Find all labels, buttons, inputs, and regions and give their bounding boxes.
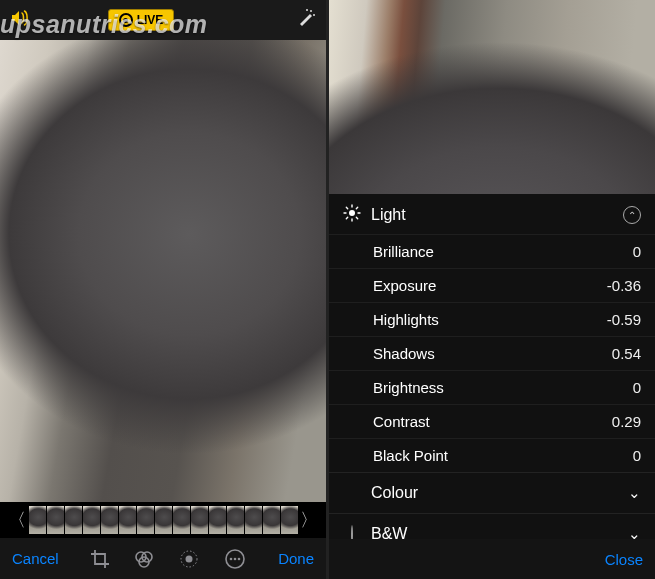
live-label: LIVE — [137, 13, 164, 27]
top-toolbar: LIVE — [0, 0, 326, 40]
highlights-label: Highlights — [373, 311, 607, 328]
thumb[interactable] — [244, 506, 262, 534]
bw-icon — [343, 526, 361, 540]
svg-point-1 — [313, 14, 315, 16]
svg-point-2 — [306, 9, 308, 11]
shadows-label: Shadows — [373, 345, 612, 362]
filters-icon[interactable] — [134, 549, 154, 569]
svg-point-0 — [310, 10, 312, 12]
brightness-label: Brightness — [373, 379, 633, 396]
thumb[interactable] — [136, 506, 154, 534]
done-button[interactable]: Done — [278, 550, 314, 567]
contrast-row[interactable]: Contrast0.29 — [329, 404, 655, 438]
photo-preview-cropped[interactable] — [329, 0, 655, 194]
light-section-header[interactable]: Light ⌃ — [329, 194, 655, 234]
live-icon — [119, 13, 133, 27]
brilliance-label: Brilliance — [373, 243, 633, 260]
editor-screen-adjust: Light ⌃ Brilliance0 Exposure-0.36 Highli… — [329, 0, 655, 579]
thumb[interactable] — [280, 506, 298, 534]
cancel-button[interactable]: Cancel — [12, 550, 59, 567]
thumb[interactable] — [82, 506, 100, 534]
svg-line-17 — [346, 207, 347, 208]
svg-line-19 — [346, 217, 347, 218]
svg-point-12 — [349, 210, 355, 216]
svg-point-10 — [234, 557, 237, 560]
svg-point-11 — [238, 557, 241, 560]
brilliance-row[interactable]: Brilliance0 — [329, 234, 655, 268]
colour-title: Colour — [371, 484, 618, 502]
svg-line-18 — [356, 217, 357, 218]
thumb[interactable] — [172, 506, 190, 534]
thumb[interactable] — [190, 506, 208, 534]
light-title: Light — [371, 206, 613, 224]
svg-point-9 — [230, 557, 233, 560]
thumb[interactable] — [64, 506, 82, 534]
thumb[interactable] — [100, 506, 118, 534]
auto-enhance-icon[interactable] — [296, 8, 316, 33]
chevron-right-icon[interactable]: 〉 — [298, 508, 320, 532]
volume-icon[interactable] — [10, 9, 30, 32]
filmstrip-thumbs[interactable] — [28, 506, 298, 534]
brightness-value: 0 — [633, 379, 641, 396]
crop-icon[interactable] — [90, 549, 110, 569]
thumb[interactable] — [226, 506, 244, 534]
brightness-row[interactable]: Brightness0 — [329, 370, 655, 404]
bw-title: B&W — [371, 525, 618, 539]
blackpoint-row[interactable]: Black Point0 — [329, 438, 655, 472]
svg-line-20 — [356, 207, 357, 208]
thumb[interactable] — [262, 506, 280, 534]
light-icon — [343, 204, 361, 226]
close-button[interactable]: Close — [605, 551, 643, 568]
thumb[interactable] — [28, 506, 46, 534]
photo-preview[interactable] — [0, 40, 326, 502]
blackpoint-label: Black Point — [373, 447, 633, 464]
chevron-up-icon[interactable]: ⌃ — [623, 206, 641, 224]
live-badge[interactable]: LIVE — [108, 9, 175, 31]
bottom-toolbar: Cancel Done — [0, 538, 326, 579]
thumb[interactable] — [154, 506, 172, 534]
contrast-label: Contrast — [373, 413, 612, 430]
svg-point-7 — [186, 555, 193, 562]
highlights-row[interactable]: Highlights-0.59 — [329, 302, 655, 336]
colour-section-header[interactable]: Colour ⌄ — [329, 472, 655, 513]
shadows-value: 0.54 — [612, 345, 641, 362]
brilliance-value: 0 — [633, 243, 641, 260]
exposure-row[interactable]: Exposure-0.36 — [329, 268, 655, 302]
exposure-value: -0.36 — [607, 277, 641, 294]
adjustments-panel: Light ⌃ Brilliance0 Exposure-0.36 Highli… — [329, 194, 655, 539]
blackpoint-value: 0 — [633, 447, 641, 464]
exposure-label: Exposure — [373, 277, 607, 294]
thumb[interactable] — [46, 506, 64, 534]
chevron-down-icon[interactable]: ⌄ — [628, 484, 641, 502]
more-icon[interactable] — [224, 548, 246, 570]
chevron-left-icon[interactable]: 〈 — [6, 508, 28, 532]
thumb[interactable] — [118, 506, 136, 534]
editor-screen-live: LIVE 〈 〉 Cancel Done — [0, 0, 326, 579]
bottom-toolbar-right: Close — [329, 539, 655, 579]
shadows-row[interactable]: Shadows0.54 — [329, 336, 655, 370]
contrast-value: 0.29 — [612, 413, 641, 430]
thumb[interactable] — [208, 506, 226, 534]
chevron-down-icon[interactable]: ⌄ — [628, 525, 641, 539]
highlights-value: -0.59 — [607, 311, 641, 328]
adjust-icon[interactable] — [178, 548, 200, 570]
bw-section-header[interactable]: B&W ⌄ — [329, 513, 655, 539]
live-photo-filmstrip: 〈 〉 — [0, 502, 326, 538]
